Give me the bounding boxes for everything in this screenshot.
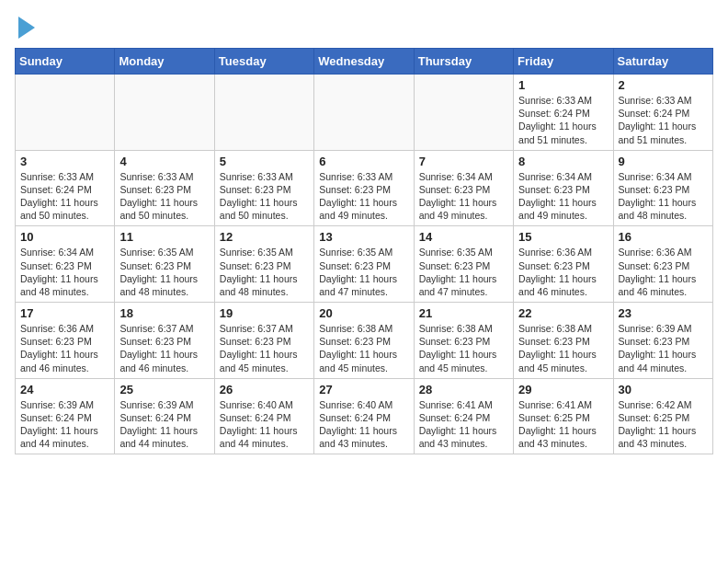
weekday-header-wednesday: Wednesday xyxy=(314,49,414,75)
calendar-cell: 10Sunrise: 6:34 AM Sunset: 6:23 PM Dayli… xyxy=(16,226,115,303)
cell-info: Sunrise: 6:33 AM Sunset: 6:24 PM Dayligh… xyxy=(20,170,109,223)
calendar-week-1: 1Sunrise: 6:33 AM Sunset: 6:24 PM Daylig… xyxy=(16,75,713,151)
weekday-header-tuesday: Tuesday xyxy=(214,49,313,75)
day-number: 29 xyxy=(518,383,608,396)
cell-info: Sunrise: 6:39 AM Sunset: 6:24 PM Dayligh… xyxy=(20,398,109,451)
day-number: 11 xyxy=(119,230,209,244)
calendar-cell: 5Sunrise: 6:33 AM Sunset: 6:23 PM Daylig… xyxy=(214,150,313,226)
calendar-cell: 19Sunrise: 6:37 AM Sunset: 6:23 PM Dayli… xyxy=(214,303,313,379)
cell-info: Sunrise: 6:35 AM Sunset: 6:23 PM Dayligh… xyxy=(220,246,309,298)
calendar-cell: 23Sunrise: 6:39 AM Sunset: 6:23 PM Dayli… xyxy=(613,303,712,379)
day-number: 28 xyxy=(419,383,508,396)
day-number: 24 xyxy=(20,383,109,396)
day-number: 20 xyxy=(319,306,408,320)
day-number: 13 xyxy=(319,230,408,244)
calendar-cell: 8Sunrise: 6:34 AM Sunset: 6:23 PM Daylig… xyxy=(514,150,613,226)
page-header xyxy=(15,15,713,40)
calendar-cell: 28Sunrise: 6:41 AM Sunset: 6:24 PM Dayli… xyxy=(414,378,513,454)
day-number: 15 xyxy=(518,230,608,244)
cell-info: Sunrise: 6:37 AM Sunset: 6:23 PM Dayligh… xyxy=(220,322,309,374)
cell-info: Sunrise: 6:34 AM Sunset: 6:23 PM Dayligh… xyxy=(518,170,608,223)
calendar-cell: 4Sunrise: 6:33 AM Sunset: 6:23 PM Daylig… xyxy=(115,150,214,226)
weekday-header-monday: Monday xyxy=(115,49,214,75)
day-number: 12 xyxy=(220,230,309,244)
calendar-cell: 12Sunrise: 6:35 AM Sunset: 6:23 PM Dayli… xyxy=(214,226,313,303)
calendar-cell: 16Sunrise: 6:36 AM Sunset: 6:23 PM Dayli… xyxy=(613,226,712,303)
calendar-cell: 9Sunrise: 6:34 AM Sunset: 6:23 PM Daylig… xyxy=(613,150,712,226)
calendar-cell: 30Sunrise: 6:42 AM Sunset: 6:25 PM Dayli… xyxy=(613,378,712,454)
logo-arrow-icon xyxy=(18,15,37,40)
day-number: 3 xyxy=(20,155,109,168)
calendar-week-2: 3Sunrise: 6:33 AM Sunset: 6:24 PM Daylig… xyxy=(16,150,713,226)
calendar-cell: 13Sunrise: 6:35 AM Sunset: 6:23 PM Dayli… xyxy=(314,226,414,303)
calendar-cell xyxy=(16,75,115,151)
day-number: 22 xyxy=(518,306,608,320)
calendar-week-4: 17Sunrise: 6:36 AM Sunset: 6:23 PM Dayli… xyxy=(16,303,713,379)
day-number: 19 xyxy=(220,306,309,320)
calendar-cell: 22Sunrise: 6:38 AM Sunset: 6:23 PM Dayli… xyxy=(514,303,613,379)
calendar-cell: 15Sunrise: 6:36 AM Sunset: 6:23 PM Dayli… xyxy=(514,226,613,303)
cell-info: Sunrise: 6:39 AM Sunset: 6:23 PM Dayligh… xyxy=(619,322,708,374)
calendar-cell: 17Sunrise: 6:36 AM Sunset: 6:23 PM Dayli… xyxy=(16,303,115,379)
day-number: 8 xyxy=(518,155,608,168)
svg-marker-0 xyxy=(18,17,35,39)
cell-info: Sunrise: 6:36 AM Sunset: 6:23 PM Dayligh… xyxy=(619,246,708,298)
calendar-cell: 20Sunrise: 6:38 AM Sunset: 6:23 PM Dayli… xyxy=(314,303,414,379)
day-number: 16 xyxy=(619,230,708,244)
day-number: 4 xyxy=(119,155,209,168)
calendar-cell: 29Sunrise: 6:41 AM Sunset: 6:25 PM Dayli… xyxy=(514,378,613,454)
day-number: 14 xyxy=(419,230,508,244)
calendar-cell: 2Sunrise: 6:33 AM Sunset: 6:24 PM Daylig… xyxy=(613,75,712,151)
cell-info: Sunrise: 6:40 AM Sunset: 6:24 PM Dayligh… xyxy=(319,398,408,451)
calendar-cell: 27Sunrise: 6:40 AM Sunset: 6:24 PM Dayli… xyxy=(314,378,414,454)
cell-info: Sunrise: 6:34 AM Sunset: 6:23 PM Dayligh… xyxy=(619,170,708,223)
weekday-header-friday: Friday xyxy=(514,49,613,75)
cell-info: Sunrise: 6:33 AM Sunset: 6:23 PM Dayligh… xyxy=(220,170,309,223)
cell-info: Sunrise: 6:36 AM Sunset: 6:23 PM Dayligh… xyxy=(20,322,109,374)
day-number: 26 xyxy=(220,383,309,396)
weekday-header-sunday: Sunday xyxy=(16,49,115,75)
cell-info: Sunrise: 6:42 AM Sunset: 6:25 PM Dayligh… xyxy=(619,398,708,451)
day-number: 9 xyxy=(619,155,708,168)
cell-info: Sunrise: 6:38 AM Sunset: 6:23 PM Dayligh… xyxy=(518,322,608,374)
calendar-cell: 6Sunrise: 6:33 AM Sunset: 6:23 PM Daylig… xyxy=(314,150,414,226)
cell-info: Sunrise: 6:40 AM Sunset: 6:24 PM Dayligh… xyxy=(220,398,309,451)
cell-info: Sunrise: 6:36 AM Sunset: 6:23 PM Dayligh… xyxy=(518,246,608,298)
cell-info: Sunrise: 6:33 AM Sunset: 6:23 PM Dayligh… xyxy=(119,170,209,223)
cell-info: Sunrise: 6:33 AM Sunset: 6:24 PM Dayligh… xyxy=(518,94,608,146)
logo xyxy=(15,15,37,40)
day-number: 27 xyxy=(319,383,408,396)
calendar-cell: 25Sunrise: 6:39 AM Sunset: 6:24 PM Dayli… xyxy=(115,378,214,454)
day-number: 7 xyxy=(419,155,508,168)
calendar-cell xyxy=(414,75,513,151)
day-number: 21 xyxy=(419,306,508,320)
calendar-cell: 18Sunrise: 6:37 AM Sunset: 6:23 PM Dayli… xyxy=(115,303,214,379)
calendar-cell: 1Sunrise: 6:33 AM Sunset: 6:24 PM Daylig… xyxy=(514,75,613,151)
day-number: 6 xyxy=(319,155,408,168)
calendar-cell: 14Sunrise: 6:35 AM Sunset: 6:23 PM Dayli… xyxy=(414,226,513,303)
calendar-cell xyxy=(214,75,313,151)
cell-info: Sunrise: 6:35 AM Sunset: 6:23 PM Dayligh… xyxy=(119,246,209,298)
calendar-cell xyxy=(314,75,414,151)
day-number: 25 xyxy=(119,383,209,396)
calendar-header-row: SundayMondayTuesdayWednesdayThursdayFrid… xyxy=(16,49,713,75)
calendar-cell: 11Sunrise: 6:35 AM Sunset: 6:23 PM Dayli… xyxy=(115,226,214,303)
cell-info: Sunrise: 6:38 AM Sunset: 6:23 PM Dayligh… xyxy=(419,322,508,374)
weekday-header-thursday: Thursday xyxy=(414,49,513,75)
day-number: 2 xyxy=(619,78,708,92)
calendar-cell: 26Sunrise: 6:40 AM Sunset: 6:24 PM Dayli… xyxy=(214,378,313,454)
cell-info: Sunrise: 6:39 AM Sunset: 6:24 PM Dayligh… xyxy=(119,398,209,451)
cell-info: Sunrise: 6:34 AM Sunset: 6:23 PM Dayligh… xyxy=(20,246,109,298)
cell-info: Sunrise: 6:35 AM Sunset: 6:23 PM Dayligh… xyxy=(419,246,508,298)
day-number: 17 xyxy=(20,306,109,320)
day-number: 5 xyxy=(220,155,309,168)
calendar-table: SundayMondayTuesdayWednesdayThursdayFrid… xyxy=(15,48,713,454)
day-number: 18 xyxy=(119,306,209,320)
cell-info: Sunrise: 6:34 AM Sunset: 6:23 PM Dayligh… xyxy=(419,170,508,223)
cell-info: Sunrise: 6:37 AM Sunset: 6:23 PM Dayligh… xyxy=(119,322,209,374)
cell-info: Sunrise: 6:38 AM Sunset: 6:23 PM Dayligh… xyxy=(319,322,408,374)
cell-info: Sunrise: 6:33 AM Sunset: 6:23 PM Dayligh… xyxy=(319,170,408,223)
day-number: 1 xyxy=(518,78,608,92)
day-number: 30 xyxy=(619,383,708,396)
calendar-cell: 7Sunrise: 6:34 AM Sunset: 6:23 PM Daylig… xyxy=(414,150,513,226)
